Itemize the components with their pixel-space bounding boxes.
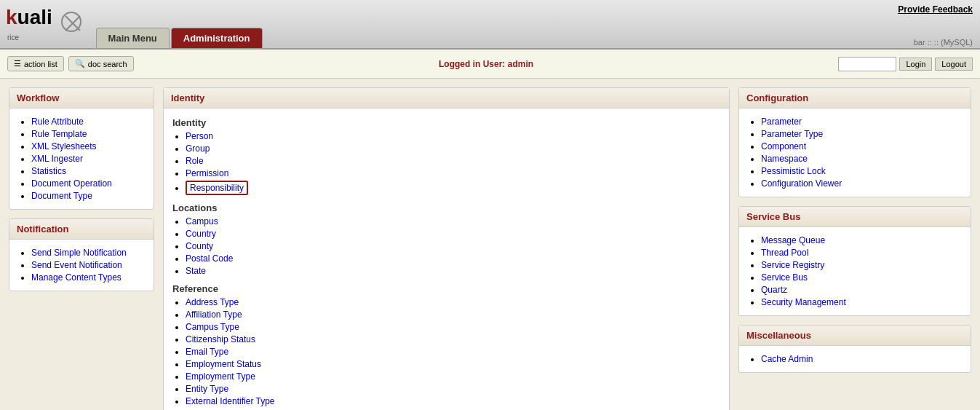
service-bus-header: Service Bus — [739, 207, 971, 227]
list-item: Address Type — [186, 297, 720, 307]
list-item: XML Stylesheets — [31, 141, 145, 151]
configuration-links-link-1[interactable]: Parameter Type — [761, 129, 823, 139]
workflow-content: Rule AttributeRule TemplateXML Styleshee… — [9, 109, 154, 209]
workflow-links-link-2[interactable]: XML Stylesheets — [31, 141, 97, 151]
workflow-links-link-3[interactable]: XML Ingester — [31, 154, 83, 164]
configuration-links-link-3[interactable]: Namespace — [761, 154, 808, 164]
list-item: Document Type — [31, 191, 145, 201]
locations-links-link-3[interactable]: Postal Code — [186, 253, 233, 264]
list-item: Security Management — [761, 297, 962, 307]
tab-main-menu[interactable]: Main Menu — [96, 28, 170, 48]
locations-links-link-0[interactable]: Campus — [186, 216, 218, 226]
tab-administration[interactable]: Administration — [171, 28, 263, 48]
miscellaneous-links-link-0[interactable]: Cache Admin — [761, 354, 813, 364]
service-bus-links-link-0[interactable]: Message Queue — [761, 235, 825, 245]
identity-links: PersonGroupRolePermissionResponsibility — [172, 131, 720, 195]
bar-info: bar :: :: (MySQL) — [914, 38, 973, 47]
workflow-links-link-6[interactable]: Document Type — [31, 191, 92, 201]
list-item: Document Operation — [31, 178, 145, 189]
action-list-button[interactable]: ☰ action list — [7, 56, 64, 71]
reference-links-link-3[interactable]: Citizenship Status — [186, 334, 255, 344]
login-input[interactable] — [838, 57, 896, 71]
workflow-links-link-0[interactable]: Rule Attribute — [31, 117, 84, 127]
reference-links-link-4[interactable]: Email Type — [186, 347, 228, 357]
list-item: Pessimistic Lock — [761, 166, 962, 176]
action-list-label: action list — [24, 60, 57, 68]
identity-links-link-4[interactable]: Responsibility — [190, 183, 244, 193]
action-list-icon: ☰ — [14, 59, 21, 68]
configuration-links-link-4[interactable]: Pessimistic Lock — [761, 166, 826, 176]
list-item: Manage Content Types — [31, 272, 145, 283]
list-item: Namespace — [761, 154, 962, 164]
main-content: Workflow Rule AttributeRule TemplateXML … — [0, 79, 980, 410]
list-item: Cache Admin — [761, 354, 962, 364]
service-bus-links-link-5[interactable]: Security Management — [761, 297, 846, 307]
list-item: Service Registry — [761, 260, 962, 270]
locations-section-title: Locations — [172, 202, 720, 213]
identity-section-title: Identity — [172, 117, 720, 128]
doc-search-button[interactable]: 🔍 doc search — [68, 56, 134, 71]
identity-links-link-1[interactable]: Group — [186, 143, 210, 154]
login-button[interactable]: Login — [899, 58, 932, 71]
logo-text: kuali — [6, 6, 58, 28]
locations-links: CampusCountryCountyPostal CodeState — [172, 216, 720, 276]
configuration-content: ParameterParameter TypeComponentNamespac… — [739, 109, 971, 197]
list-item: Parameter Type — [761, 129, 962, 139]
notification-links-link-2[interactable]: Manage Content Types — [31, 272, 121, 283]
configuration-links-link-0[interactable]: Parameter — [761, 117, 802, 127]
workflow-links-link-1[interactable]: Rule Template — [31, 129, 87, 139]
reference-links-link-2[interactable]: Campus Type — [186, 322, 239, 332]
identity-links-link-3[interactable]: Permission — [186, 168, 228, 178]
login-area: Login Logout — [838, 57, 973, 71]
locations-links-link-1[interactable]: Country — [186, 229, 216, 239]
list-item: State — [186, 266, 720, 276]
workflow-links: Rule AttributeRule TemplateXML Styleshee… — [18, 117, 145, 201]
list-item: Employment Type — [186, 371, 720, 382]
service-bus-links-link-3[interactable]: Service Bus — [761, 272, 808, 283]
logged-in-user: Logged in User: admin — [439, 59, 533, 69]
list-item: Employment Status — [186, 359, 720, 369]
reference-links-link-6[interactable]: Employment Type — [186, 371, 255, 382]
reference-links-link-0[interactable]: Address Type — [186, 297, 239, 307]
reference-links-link-7[interactable]: Entity Type — [186, 384, 228, 394]
reference-section-title: Reference — [172, 283, 720, 294]
list-item: XML Ingester — [31, 154, 145, 164]
list-item: Campus — [186, 216, 720, 226]
list-item: Postal Code — [186, 253, 720, 264]
service-bus-links-link-1[interactable]: Thread Pool — [761, 248, 808, 258]
identity-links-link-2[interactable]: Role — [186, 156, 204, 166]
reference-links-link-5[interactable]: Employment Status — [186, 359, 261, 369]
list-item: Send Simple Notification — [31, 248, 145, 258]
notification-links-link-0[interactable]: Send Simple Notification — [31, 248, 127, 258]
configuration-links-link-5[interactable]: Configuration Viewer — [761, 178, 842, 189]
configuration-header: Configuration — [739, 88, 971, 109]
service-bus-links: Message QueueThread PoolService Registry… — [748, 235, 962, 307]
provide-feedback-link[interactable]: Provide Feedback — [898, 4, 973, 15]
list-item: Entity Type — [186, 384, 720, 394]
list-item: Group — [186, 143, 720, 154]
reference-links-link-1[interactable]: Affiliation Type — [186, 310, 242, 320]
locations-links-link-4[interactable]: State — [186, 266, 206, 276]
locations-links-link-2[interactable]: County — [186, 241, 213, 251]
list-item: Campus Type — [186, 322, 720, 332]
miscellaneous-panel: Miscellaneous Cache Admin — [738, 325, 971, 373]
miscellaneous-content: Cache Admin — [739, 346, 971, 372]
list-item: Permission — [186, 168, 720, 178]
configuration-links-link-2[interactable]: Component — [761, 141, 806, 151]
list-item: Message Queue — [761, 235, 962, 245]
list-item: Configuration Viewer — [761, 178, 962, 189]
service-bus-panel: Service Bus Message QueueThread PoolServ… — [738, 206, 971, 316]
logout-button[interactable]: Logout — [935, 58, 973, 71]
logo-rice: rice — [7, 33, 19, 42]
responsibility-highlight: Responsibility — [186, 181, 248, 195]
identity-links-link-0[interactable]: Person — [186, 131, 213, 141]
notification-links-link-1[interactable]: Send Event Notification — [31, 260, 122, 270]
logo-area: kuali rice — [6, 6, 81, 48]
action-bar: ☰ action list 🔍 doc search Logged in Use… — [0, 50, 980, 79]
reference-links-link-8[interactable]: External Identifier Type — [186, 396, 275, 406]
workflow-links-link-5[interactable]: Document Operation — [31, 178, 112, 189]
service-bus-links-link-4[interactable]: Quartz — [761, 285, 787, 295]
workflow-links-link-4[interactable]: Statistics — [31, 166, 66, 176]
service-bus-links-link-2[interactable]: Service Registry — [761, 260, 824, 270]
list-item: Statistics — [31, 166, 145, 176]
